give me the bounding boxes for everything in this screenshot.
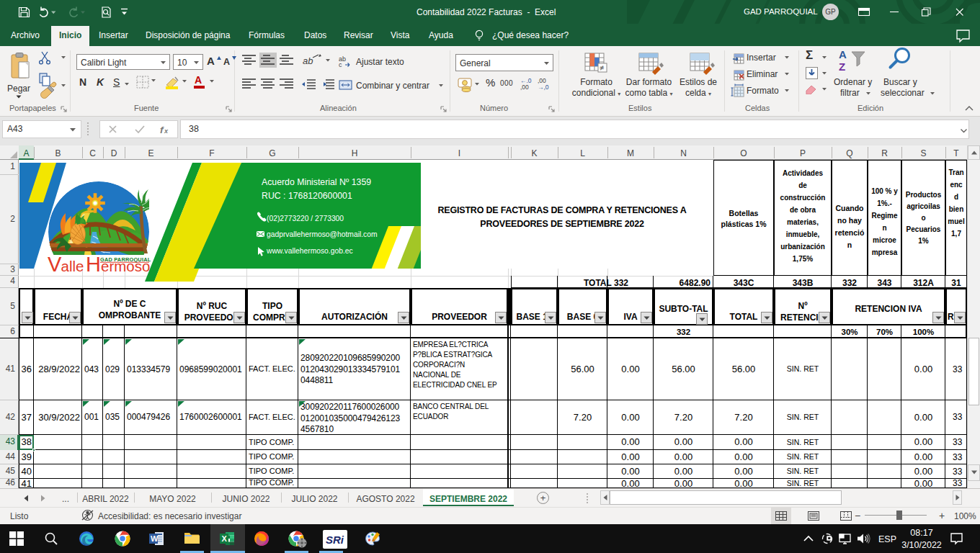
- svg-text:→,0: →,0: [538, 84, 549, 91]
- svg-text:x: x: [164, 127, 169, 135]
- svg-text:A: A: [839, 48, 847, 60]
- svg-text:alle: alle: [61, 258, 84, 274]
- svg-text:H: H: [86, 253, 101, 276]
- svg-text:≠: ≠: [600, 63, 604, 72]
- svg-text:Acuerdo Ministerial Nº 1359: Acuerdo Ministerial Nº 1359: [262, 177, 371, 187]
- svg-text:Z: Z: [839, 60, 845, 73]
- svg-text:V: V: [48, 253, 62, 276]
- svg-text:www.vallehermoso.gob.ec: www.vallehermoso.gob.ec: [266, 247, 353, 255]
- svg-text:(02)2773220 / 2773300: (02)2773220 / 2773300: [267, 215, 344, 222]
- svg-text:ermoso: ermoso: [101, 258, 150, 274]
- svg-text:RUC : 1768120600001: RUC : 1768120600001: [262, 191, 352, 201]
- svg-text:ab: ab: [303, 55, 313, 66]
- svg-text:,00: ,00: [520, 84, 529, 91]
- svg-text:W: W: [151, 534, 159, 543]
- svg-text:gadprvallehermoso@hotmail.com: gadprvallehermoso@hotmail.com: [267, 230, 378, 238]
- svg-text:c: c: [339, 61, 342, 68]
- svg-text:X: X: [222, 534, 228, 543]
